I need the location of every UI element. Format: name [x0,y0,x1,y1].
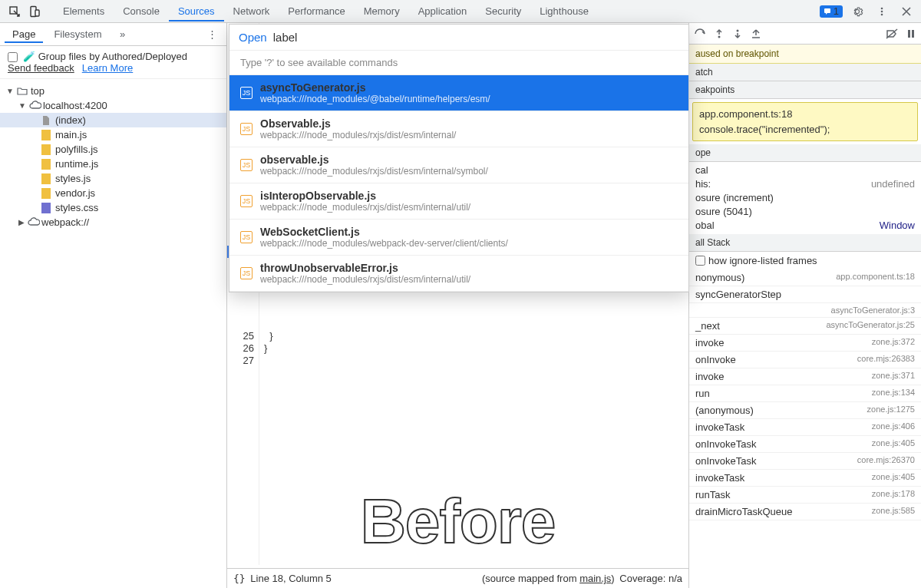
filesystem-tab[interactable]: Filesystem [46,25,109,43]
command-input[interactable] [273,31,679,44]
scope-row[interactable]: osure (increment) [695,191,915,205]
tree-item[interactable]: styles.js [0,171,226,186]
command-result[interactable]: JSWebSocketClient.jswebpack:///node_modu… [229,220,688,256]
callstack-frame[interactable]: invokeTaskzone.js:406 [689,419,921,436]
scope-row[interactable]: his:undefined [695,177,915,191]
tab-application[interactable]: Application [409,1,477,21]
file-icon: JS [240,195,253,207]
panel-tabs: ElementsConsoleSourcesNetworkPerformance… [54,1,820,21]
tree-item[interactable]: styles.css [0,200,226,215]
watch-section[interactable]: atch [689,64,921,81]
step-out-icon[interactable] [751,28,761,39]
file-icon: JS [240,159,253,171]
resume-icon[interactable] [694,28,706,39]
file-tree: ▼top▼localhost:4200(index)main.jspolyfil… [0,79,226,234]
scope-section[interactable]: ope [689,144,921,162]
svg-rect-15 [908,30,910,38]
callstack-frame[interactable]: runTaskzone.js:178 [689,487,921,504]
callstack-frame[interactable]: _nextasyncToGenerator.js:25 [689,318,921,335]
tab-performance[interactable]: Performance [279,1,354,21]
issues-badge[interactable]: 1 [820,5,843,18]
tree-item[interactable]: ▶webpack:// [0,215,226,230]
command-hint: Type '?' to see available commands [229,51,688,75]
tree-label: vendor.js [55,187,95,199]
callstack-frame[interactable]: drainMicroTaskQueuezone.js:585 [689,504,921,520]
callstack-frame[interactable]: onInvokecore.mjs:26383 [689,352,921,368]
tree-item[interactable]: ▼localhost:4200 [0,98,226,113]
inspect-icon[interactable] [8,5,21,18]
pause-exceptions-icon[interactable] [906,28,916,39]
file-icon: JS [240,267,253,279]
close-icon[interactable] [900,5,913,18]
command-result[interactable]: JSisInteropObservable.jswebpack:///node_… [229,183,688,220]
deactivate-bp-icon[interactable] [886,28,898,39]
scope-row[interactable]: obalWindow [695,219,915,233]
tab-sources[interactable]: Sources [169,1,224,21]
more-nav-icon[interactable]: ⋮ [205,28,219,41]
js-icon [41,188,52,199]
scope-row[interactable]: cal [695,164,915,177]
svg-rect-3 [824,8,830,13]
callstack-frame[interactable]: syncGeneratorStep [689,286,921,303]
callstack-frame[interactable]: invokeTaskzone.js:405 [689,470,921,487]
debugger-toolbar [689,23,921,45]
tab-console[interactable]: Console [114,1,169,21]
tree-label: polyfills.js [55,144,98,155]
device-icon[interactable] [28,5,41,18]
tree-item[interactable]: ▼top [0,84,226,98]
overflow-icon[interactable]: » [116,28,130,41]
source-map-info: (source mapped from main.js) [482,573,615,584]
tree-label: webpack:// [41,216,89,228]
step-over-icon[interactable] [714,28,725,39]
breakpoint-item[interactable]: app.component.ts:18 console.trace("incre… [692,102,918,141]
svg-rect-2 [35,10,39,16]
breakpoints-section[interactable]: eakpoints [689,81,921,99]
editor-status-bar: {} Line 18, Column 5 (source mapped from… [227,568,688,588]
callstack-frame[interactable]: runzone.js:134 [689,385,921,402]
callstack-section[interactable]: all Stack [689,234,921,252]
command-result[interactable]: JSthrowUnobservableError.jswebpack:///no… [229,256,688,292]
settings-icon[interactable] [850,5,864,18]
tab-elements[interactable]: Elements [54,1,114,21]
callstack-frame[interactable]: onInvokeTaskcore.mjs:26370 [689,453,921,470]
authored-checkbox[interactable] [8,52,18,62]
flask-icon: 🧪 [23,51,35,62]
feedback-link[interactable]: Send feedback [8,62,74,74]
svg-rect-16 [912,30,914,38]
callstack-frame[interactable]: invokezone.js:372 [689,335,921,352]
command-menu-popup: Open Type '?' to see available commands … [229,24,689,292]
tree-item[interactable]: polyfills.js [0,142,226,157]
svg-rect-9 [41,159,51,170]
tree-item[interactable]: (index) [0,113,226,127]
format-icon[interactable]: {} [233,573,246,584]
more-icon[interactable] [875,5,889,18]
tree-label: main.js [55,129,87,140]
command-result[interactable]: JSObservable.jswebpack:///node_modules/r… [229,111,688,147]
show-ignored-checkbox[interactable]: how ignore-listed frames [689,252,921,269]
tab-lighthouse[interactable]: Lighthouse [530,1,598,21]
callstack-frame[interactable]: asyncToGenerator.js:3 [689,303,921,318]
callstack-frame[interactable]: invokezone.js:371 [689,368,921,385]
debugger-panel: aused on breakpoint atch eakpoints app.c… [689,23,921,588]
tree-item[interactable]: runtime.js [0,157,226,171]
tree-label: localhost:4200 [43,100,107,111]
tree-label: runtime.js [55,158,98,170]
tab-memory[interactable]: Memory [355,1,409,21]
command-result[interactable]: JSasyncToGenerator.jswebpack:///node_mod… [229,75,688,111]
tab-security[interactable]: Security [476,1,530,21]
page-tab[interactable]: Page [5,25,43,43]
learn-more-link[interactable]: Learn More [82,62,133,74]
tab-network[interactable]: Network [224,1,279,21]
callstack-frame[interactable]: (anonymous)zone.js:1275 [689,402,921,419]
scope-row[interactable]: osure (5041) [695,205,915,219]
svg-point-4 [881,7,883,9]
tree-item[interactable]: main.js [0,127,226,142]
callstack-frame[interactable]: nonymous)app.component.ts:18 [689,269,921,286]
tree-item[interactable]: vendor.js [0,186,226,200]
file-icon: JS [240,123,253,135]
step-into-icon[interactable] [732,28,743,39]
cloud-icon [29,101,40,111]
command-result[interactable]: JSobservable.jswebpack:///node_modules/r… [229,147,688,183]
callstack-frame[interactable]: onInvokeTaskzone.js:405 [689,436,921,453]
css-icon [41,203,52,213]
